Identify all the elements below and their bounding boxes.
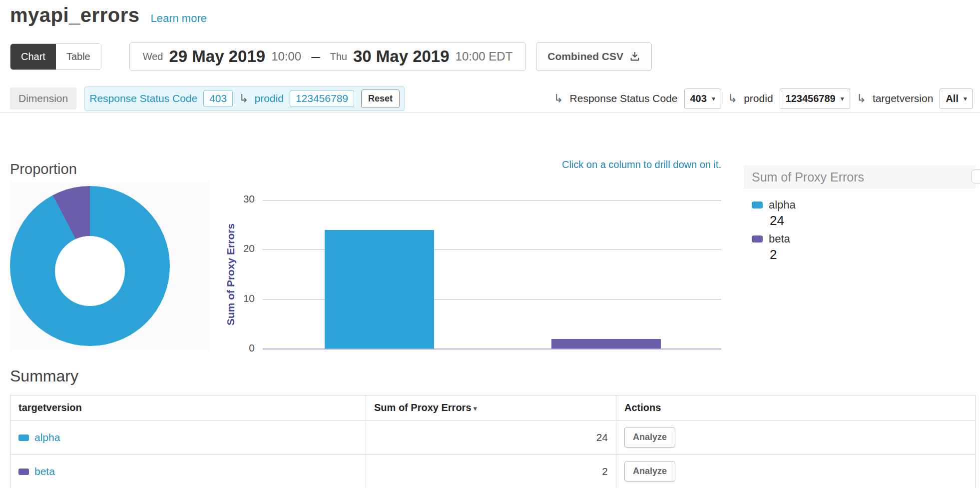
table-view-button[interactable]: Table bbox=[56, 44, 101, 70]
analyze-button[interactable]: Analyze bbox=[624, 461, 675, 482]
drill-dimension-value[interactable]: 403 bbox=[203, 90, 233, 107]
chevron-down-icon: ▾ bbox=[712, 94, 715, 102]
reset-button[interactable]: Reset bbox=[361, 90, 400, 108]
y-tick-label: 0 bbox=[226, 342, 255, 354]
drill-dimension-value[interactable]: 123456789 bbox=[290, 90, 354, 107]
column-header-label: Sum of Proxy Errors bbox=[374, 402, 472, 413]
legend-title: Sum of Proxy Errors bbox=[744, 166, 976, 188]
download-icon bbox=[629, 51, 640, 62]
bar-alpha[interactable] bbox=[325, 230, 434, 349]
section-divider bbox=[0, 112, 980, 112]
cell-sum-of-proxy-errors: 24 bbox=[366, 420, 616, 454]
column-header-targetversion: targetversion bbox=[10, 396, 366, 420]
filter-select-value: 123456789 bbox=[786, 93, 836, 104]
x-axis-baseline bbox=[263, 348, 721, 350]
cell-targetversion: alpha bbox=[10, 420, 366, 454]
drilldown-arrow-icon: ↳ bbox=[239, 93, 248, 104]
column-header-sum-of-proxy-errors[interactable]: Sum of Proxy Errors▾ bbox=[366, 396, 616, 420]
drill-dimension-name: Response Status Code bbox=[89, 92, 197, 104]
donut-hole bbox=[55, 236, 125, 306]
toolbar: Chart Table Wed 29 May 2019 10:00 – Thu … bbox=[10, 42, 970, 71]
bar-chart bbox=[263, 200, 721, 349]
filter-label-targetversion: targetversion bbox=[873, 92, 933, 104]
legend-value: 2 bbox=[752, 247, 968, 262]
legend-panel: Sum of Proxy Errors alpha 24 beta 2 bbox=[744, 166, 976, 262]
cell-actions: Analyze bbox=[616, 454, 976, 488]
dimension-label: Dimension bbox=[10, 88, 76, 110]
drilldown-hint[interactable]: Click on a column to drill down on it. bbox=[263, 159, 721, 170]
date-end-date: 30 May 2019 bbox=[353, 47, 450, 66]
dimension-bar: Dimension Response Status Code 403 ↳ pro… bbox=[10, 86, 973, 111]
filter-select-targetversion[interactable]: All ▾ bbox=[940, 88, 973, 109]
alpha-color-swatch bbox=[18, 434, 29, 441]
drilldown-arrow-icon: ↳ bbox=[857, 93, 866, 104]
legend-value: 24 bbox=[752, 213, 968, 228]
table-row: alpha 24 Analyze bbox=[10, 420, 976, 454]
drilldown-path: Response Status Code 403 ↳ prodid 123456… bbox=[84, 86, 405, 111]
alpha-drill-link[interactable]: alpha bbox=[34, 432, 60, 443]
filter-label-response-status-code: Response Status Code bbox=[570, 92, 678, 104]
gridline bbox=[263, 200, 721, 200]
date-end-day: Thu bbox=[330, 51, 347, 62]
beta-color-swatch bbox=[18, 468, 29, 475]
chevron-down-icon: ▾ bbox=[841, 94, 844, 102]
page-title: myapi_errors bbox=[10, 4, 139, 26]
donut-chart[interactable] bbox=[10, 186, 170, 346]
legend-item: beta bbox=[752, 232, 968, 246]
y-axis-title: Sum of Proxy Errors bbox=[225, 224, 237, 326]
drill-dimension-name: prodid bbox=[255, 92, 284, 104]
filters-group: ↳ Response Status Code 403 ▾ ↳ prodid 12… bbox=[553, 88, 973, 109]
legend-label: alpha bbox=[769, 198, 796, 212]
column-header-actions: Actions bbox=[616, 396, 976, 420]
header: myapi_errors Learn more bbox=[10, 4, 207, 26]
date-start-time: 10:00 bbox=[271, 50, 301, 64]
cell-actions: Analyze bbox=[616, 420, 976, 454]
cell-sum-of-proxy-errors: 2 bbox=[366, 454, 616, 488]
proportion-card bbox=[10, 181, 210, 351]
view-toggle: Chart Table bbox=[10, 44, 101, 70]
learn-more-link[interactable]: Learn more bbox=[150, 12, 207, 25]
table-header-row: targetversion Sum of Proxy Errors▾ Actio… bbox=[10, 396, 976, 420]
date-range-picker[interactable]: Wed 29 May 2019 10:00 – Thu 30 May 2019 … bbox=[129, 42, 526, 71]
legend-scroll-handle[interactable] bbox=[971, 170, 980, 184]
summary-table: targetversion Sum of Proxy Errors▾ Actio… bbox=[10, 395, 976, 488]
drilldown-arrow-icon: ↳ bbox=[553, 93, 563, 104]
drilldown-arrow-icon: ↳ bbox=[728, 93, 737, 104]
legend-label: beta bbox=[769, 232, 790, 246]
y-tick-label: 20 bbox=[226, 242, 255, 254]
chevron-down-icon: ▾ bbox=[964, 94, 967, 102]
y-tick-label: 10 bbox=[226, 292, 255, 304]
date-end-time: 10:00 EDT bbox=[456, 50, 513, 64]
cell-targetversion: beta bbox=[10, 454, 366, 488]
filter-label-prodid: prodid bbox=[744, 92, 773, 104]
filter-select-value: 403 bbox=[690, 93, 707, 104]
filter-select-prodid[interactable]: 123456789 ▾ bbox=[780, 88, 850, 109]
filter-select-response-status-code[interactable]: 403 ▾ bbox=[684, 88, 721, 109]
table-row: beta 2 Analyze bbox=[10, 454, 976, 488]
date-start-date: 29 May 2019 bbox=[169, 47, 265, 66]
analytics-dashboard: myapi_errors Learn more Chart Table Wed … bbox=[0, 0, 980, 488]
filter-select-value: All bbox=[946, 93, 959, 104]
beta-drill-link[interactable]: beta bbox=[34, 466, 55, 477]
sort-desc-icon: ▾ bbox=[474, 404, 478, 412]
date-start-day: Wed bbox=[143, 51, 163, 62]
summary-title: Summary bbox=[10, 367, 78, 386]
alpha-color-swatch bbox=[752, 202, 763, 208]
date-range-separator: – bbox=[311, 48, 320, 66]
y-tick-label: 30 bbox=[226, 193, 255, 205]
bar-beta[interactable] bbox=[551, 339, 661, 349]
beta-color-swatch bbox=[752, 236, 763, 242]
legend-items: alpha 24 beta 2 bbox=[744, 188, 976, 262]
combined-csv-button[interactable]: Combined CSV bbox=[536, 42, 652, 71]
proportion-title: Proportion bbox=[10, 161, 77, 178]
combined-csv-label: Combined CSV bbox=[547, 50, 623, 62]
legend-item: alpha bbox=[752, 198, 968, 212]
analyze-button[interactable]: Analyze bbox=[624, 427, 675, 448]
chart-view-button[interactable]: Chart bbox=[10, 44, 56, 70]
